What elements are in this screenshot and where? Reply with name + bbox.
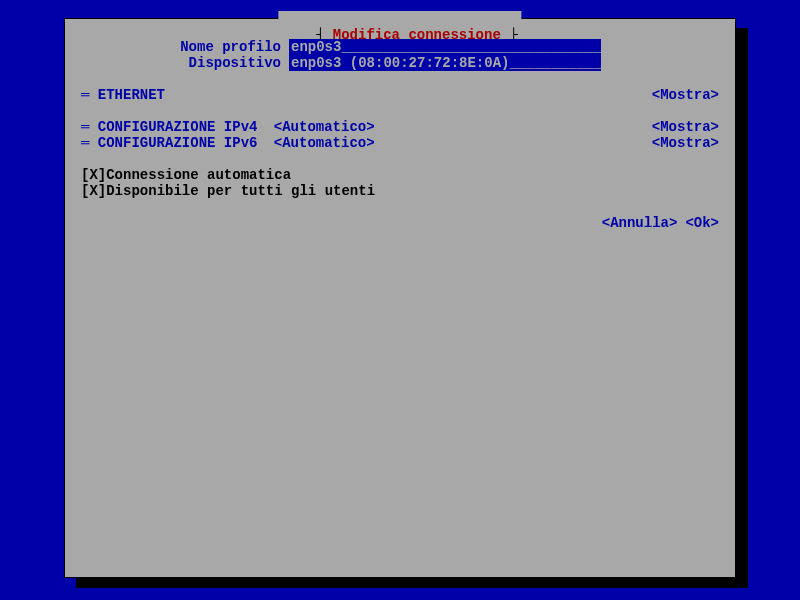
ipv6-section-row: ═ CONFIGURAZIONE IPv6 <Automatico> <Most… xyxy=(81,135,719,151)
autoconnect-label: Connessione automatica xyxy=(106,167,291,183)
ethernet-section-row: ═ ETHERNET <Mostra> xyxy=(81,87,719,103)
all-users-label: Disponibile per tutti gli utenti xyxy=(106,183,375,199)
ipv4-mode-select[interactable]: <Automatico> xyxy=(274,119,375,135)
ipv6-expand[interactable]: ═ CONFIGURAZIONE IPv6 xyxy=(81,135,274,151)
ethernet-expand[interactable]: ═ ETHERNET xyxy=(81,87,165,103)
profile-name-label: Nome profilo xyxy=(81,39,289,55)
ipv4-expand[interactable]: ═ CONFIGURAZIONE IPv4 xyxy=(81,119,274,135)
profile-name-input[interactable]: enp0s3_________________________________ xyxy=(289,39,601,55)
all-users-checkbox[interactable]: [X] xyxy=(81,183,106,199)
autoconnect-checkbox[interactable]: [X] xyxy=(81,167,106,183)
autoconnect-row: [X] Connessione automatica xyxy=(81,167,719,183)
device-label: Dispositivo xyxy=(81,55,289,71)
ipv4-section-row: ═ CONFIGURAZIONE IPv4 <Automatico> <Most… xyxy=(81,119,719,135)
all-users-row: [X] Disponibile per tutti gli utenti xyxy=(81,183,719,199)
dialog-buttons: <Annulla> <Ok> xyxy=(81,215,719,231)
dialog-content: Nome profilo enp0s3_____________________… xyxy=(81,39,719,231)
ipv6-mode-select[interactable]: <Automatico> xyxy=(274,135,375,151)
profile-name-row: Nome profilo enp0s3_____________________… xyxy=(81,39,719,55)
cancel-button[interactable]: <Annulla> xyxy=(602,215,678,231)
ipv4-show-button[interactable]: <Mostra> xyxy=(652,119,719,135)
ok-button[interactable]: <Ok> xyxy=(685,215,719,231)
device-row: Dispositivo enp0s3 (08:00:27:72:8E:0A)__… xyxy=(81,55,719,71)
edit-connection-dialog: ┤ Modifica connessione ├ Nome profilo en… xyxy=(64,18,736,578)
ethernet-show-button[interactable]: <Mostra> xyxy=(652,87,719,103)
ipv6-show-button[interactable]: <Mostra> xyxy=(652,135,719,151)
device-input[interactable]: enp0s3 (08:00:27:72:8E:0A)_____________ xyxy=(289,55,601,71)
